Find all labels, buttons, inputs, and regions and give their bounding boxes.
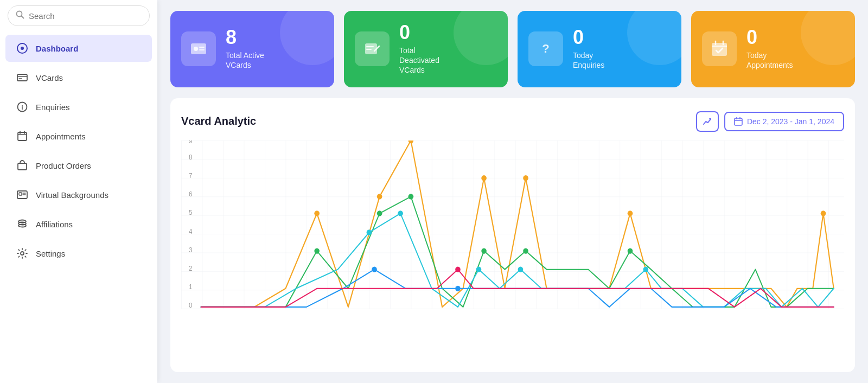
svg-rect-13 (18, 163, 27, 170)
svg-rect-4 (17, 74, 27, 81)
total-active-vcards-number: 8 (226, 28, 264, 47)
today-appointments-info: 0 TodayAppointments (746, 28, 793, 70)
sidebar-item-vcards-label: VCards (36, 73, 63, 82)
enquiries-icon: i (16, 101, 28, 113)
analytics-header: Vcard Analytic Dec 2, 2023 - Jan 1 (181, 111, 844, 132)
svg-point-3 (21, 47, 24, 50)
sidebar-item-affiliations[interactable]: Affiliations (5, 210, 152, 238)
sidebar-item-settings-label: Settings (36, 249, 65, 258)
svg-point-63 (367, 229, 372, 235)
sidebar-item-settings[interactable]: Settings (5, 240, 152, 267)
svg-text:4: 4 (189, 227, 193, 235)
chart-svg-wrap: 0 1 2 3 4 5 6 7 8 9 (181, 141, 844, 309)
analytics-controls: Dec 2, 2023 - Jan 1, 2024 (696, 111, 844, 132)
sidebar-item-product-orders[interactable]: Product Orders (5, 152, 152, 179)
sidebar-item-dashboard[interactable]: Dashboard (5, 35, 152, 62)
question-icon: ? (537, 40, 554, 58)
today-appointments-label: TodayAppointments (746, 50, 793, 70)
today-enquiries-label: TodayEnquiries (573, 50, 604, 70)
svg-rect-31 (712, 43, 727, 56)
today-appointments-icon-wrap (702, 31, 737, 66)
svg-text:0: 0 (189, 301, 193, 308)
sidebar: Dashboard VCards i Enquiries Appointment… (0, 0, 157, 383)
stat-card-total-active-vcards: 8 Total ActiveVCards (170, 11, 334, 87)
total-active-vcards-icon-wrap (181, 31, 216, 66)
calendar-icon (734, 117, 743, 126)
sidebar-item-dashboard-label: Dashboard (36, 44, 78, 53)
analytics-title: Vcard Analytic (181, 115, 256, 127)
svg-point-60 (481, 248, 487, 253)
svg-point-70 (455, 266, 461, 272)
chart-type-button[interactable] (696, 111, 719, 132)
date-range-button[interactable]: Dec 2, 2023 - Jan 1, 2024 (724, 112, 844, 131)
svg-point-68 (372, 266, 377, 272)
svg-text:i: i (21, 104, 23, 111)
sidebar-item-appointments[interactable]: Appointments (5, 123, 152, 150)
svg-point-61 (523, 248, 528, 253)
svg-point-20 (18, 220, 26, 223)
stat-card-today-enquiries: ? 0 TodayEnquiries (518, 11, 681, 87)
sidebar-item-enquiries[interactable]: i Enquiries (5, 93, 152, 120)
svg-point-67 (643, 266, 649, 272)
sidebar-item-appointments-label: Appointments (36, 132, 86, 141)
search-input[interactable] (29, 11, 142, 21)
svg-point-58 (377, 210, 382, 216)
analytics-chart: 0 1 2 3 4 5 6 7 8 9 (181, 141, 844, 309)
total-deactivated-vcards-label: TotalDeactivatedVCards (399, 46, 439, 75)
total-deactivated-vcards-number: 0 (399, 23, 439, 42)
backgrounds-icon (16, 189, 28, 201)
search-icon (16, 10, 24, 21)
stat-card-total-deactivated-vcards: 0 TotalDeactivatedVCards (344, 11, 508, 87)
today-enquiries-number: 0 (573, 28, 604, 47)
stats-cards-row: 8 Total ActiveVCards 0 TotalDeactivatedV… (170, 11, 855, 87)
svg-rect-15 (19, 193, 22, 195)
svg-point-54 (523, 175, 528, 181)
orders-icon (16, 159, 28, 171)
appointments-icon (16, 130, 28, 142)
svg-rect-35 (735, 118, 742, 125)
svg-rect-39 (181, 141, 844, 309)
total-deactivated-vcards-info: 0 TotalDeactivatedVCards (399, 23, 439, 75)
sidebar-item-virtual-backgrounds[interactable]: Virtual Backgrounds (5, 181, 152, 208)
analytics-panel: Vcard Analytic Dec 2, 2023 - Jan 1 (170, 98, 855, 372)
chart-line-icon (703, 117, 712, 126)
search-bar[interactable] (8, 5, 150, 26)
svg-text:?: ? (542, 42, 549, 55)
today-appointments-number: 0 (746, 28, 793, 47)
today-enquiries-info: 0 TodayEnquiries (573, 28, 604, 70)
stat-card-today-appointments: 0 TodayAppointments (691, 11, 855, 87)
chart-area: 0 1 2 3 4 5 6 7 8 9 (181, 141, 844, 309)
svg-text:1: 1 (189, 283, 193, 290)
svg-point-62 (628, 248, 633, 253)
svg-point-59 (409, 194, 414, 199)
sidebar-item-vcards[interactable]: VCards (5, 64, 152, 91)
svg-point-55 (628, 210, 633, 216)
total-active-vcards-label: Total ActiveVCards (226, 50, 264, 70)
svg-text:9: 9 (189, 141, 193, 145)
svg-point-64 (398, 210, 403, 216)
total-active-vcards-info: 8 Total ActiveVCards (226, 28, 264, 70)
svg-point-56 (821, 210, 826, 216)
affiliations-icon (16, 218, 28, 230)
total-deactivated-vcards-icon-wrap (355, 31, 390, 66)
svg-text:7: 7 (189, 171, 193, 179)
sidebar-item-affiliations-label: Affiliations (36, 220, 73, 229)
vcard-icon (16, 72, 28, 84)
svg-point-57 (314, 248, 320, 253)
svg-text:3: 3 (189, 246, 193, 253)
svg-point-23 (194, 47, 198, 51)
svg-text:5: 5 (189, 209, 193, 216)
svg-point-50 (314, 210, 320, 216)
svg-text:8: 8 (189, 153, 193, 161)
svg-line-1 (22, 16, 24, 18)
dashboard-icon (16, 42, 28, 54)
svg-point-21 (21, 252, 24, 255)
svg-text:6: 6 (189, 190, 193, 198)
date-range-label: Dec 2, 2023 - Jan 1, 2024 (747, 117, 834, 126)
svg-rect-9 (18, 132, 27, 141)
sidebar-item-enquiries-label: Enquiries (36, 103, 70, 112)
settings-icon (16, 247, 28, 259)
today-enquiries-icon-wrap: ? (528, 31, 563, 66)
calendar-check-icon (711, 40, 728, 58)
svg-text:2: 2 (189, 264, 193, 272)
